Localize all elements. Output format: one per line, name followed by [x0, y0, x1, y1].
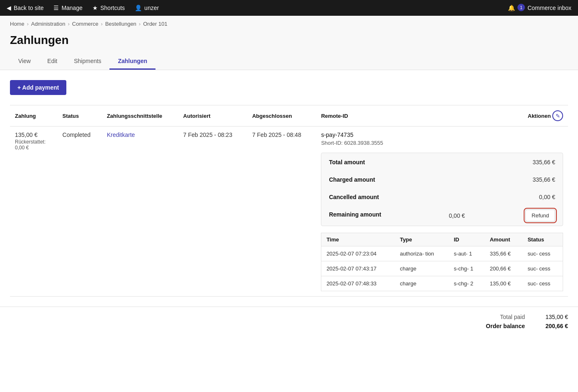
transaction-table: Time Type ID Amount Status 2025-02-07 07…: [321, 233, 563, 291]
breadcrumb-sep-4: ›: [139, 21, 141, 27]
total-paid-row: Total paid 135,00 €: [500, 314, 568, 320]
amounts-row: Charged amount335,66 €: [322, 171, 562, 188]
breadcrumb-bestellungen[interactable]: Bestellungen: [105, 21, 136, 27]
refund-amount: 0,00 €: [15, 145, 53, 151]
amounts-label: Remaining amount: [322, 206, 441, 225]
remote-id: s-pay-74735: [321, 131, 563, 138]
page-title: Zahlungen: [10, 34, 568, 47]
txn-amount: 335,66 €: [485, 246, 522, 261]
txn-type: charge: [395, 261, 449, 276]
txn-col-time: Time: [321, 233, 395, 246]
manage-icon: ☰: [53, 5, 59, 11]
txn-col-type: Type: [395, 233, 449, 246]
amounts-label: Cancelled amount: [322, 189, 441, 205]
shortcuts-link[interactable]: ★ Shortcuts: [92, 5, 125, 11]
breadcrumb: Home › Administration › Commerce › Beste…: [0, 16, 578, 29]
commerce-inbox-button[interactable]: 🔔 1 Commerce inbox: [508, 4, 571, 12]
payment-amount: 135,00 €: [15, 131, 53, 138]
col-autorisiert: Autorisiert: [178, 105, 247, 127]
manage-link[interactable]: ☰ Manage: [53, 5, 83, 11]
payment-info-cell: 135,00 € Rückerstattet: 0,00 €: [10, 127, 58, 297]
amounts-value: 0,00 €Refund: [442, 206, 562, 225]
txn-status: suc- cess: [522, 261, 563, 276]
txn-row: 2025-02-07 07:23:04authoriza- tions-aut-…: [321, 246, 563, 261]
txn-id: s-chg- 2: [449, 276, 485, 291]
breadcrumb-sep-2: ›: [68, 21, 69, 27]
txn-status: suc- cess: [522, 276, 563, 291]
main-content: + Add payment Zahlung Status Zahlungssch…: [0, 70, 578, 307]
col-spacer: [417, 105, 444, 127]
breadcrumb-sep-3: ›: [101, 21, 102, 27]
amounts-label: Total amount: [322, 154, 441, 170]
total-paid-label: Total paid: [500, 314, 525, 320]
amounts-value: 0,00 €: [442, 189, 562, 205]
total-paid-value: 135,00 €: [535, 314, 568, 320]
back-to-site-label: Back to site: [14, 5, 44, 11]
tab-edit[interactable]: Edit: [39, 54, 66, 70]
amounts-row: Cancelled amount0,00 €: [322, 189, 562, 205]
payment-status-cell: Completed: [58, 127, 102, 297]
tab-bar: View Edit Shipments Zahlungen: [10, 54, 568, 70]
user-label: unzer: [144, 5, 159, 11]
user-link[interactable]: 👤 unzer: [135, 5, 159, 11]
amounts-row: Remaining amount0,00 €Refund: [322, 206, 562, 225]
txn-row: 2025-02-07 07:48:33charges-chg- 2135,00 …: [321, 276, 563, 291]
tab-shipments[interactable]: Shipments: [66, 54, 109, 70]
order-balance-label: Order balance: [486, 323, 525, 329]
txn-status: suc- cess: [522, 246, 563, 261]
txn-amount: 200,66 €: [485, 261, 522, 276]
payment-completed-cell: 7 Feb 2025 - 08:48: [247, 127, 316, 297]
manage-label: Manage: [61, 5, 83, 11]
amounts-value: 335,66 €: [442, 171, 562, 188]
breadcrumb-commerce[interactable]: Commerce: [72, 21, 99, 27]
txn-col-status: Status: [522, 233, 563, 246]
txn-time: 2025-02-07 07:43:17: [321, 261, 395, 276]
user-icon: 👤: [135, 5, 142, 11]
col-remote-id: Remote-ID: [316, 105, 417, 127]
txn-time: 2025-02-07 07:48:33: [321, 276, 395, 291]
txn-amount: 135,00 €: [485, 276, 522, 291]
short-id: Short-ID: 6028.3938.3555: [321, 140, 563, 146]
back-to-site-link[interactable]: ◀ Back to site: [7, 5, 44, 11]
payment-status: Completed: [63, 131, 91, 138]
txn-row: 2025-02-07 07:43:17charges-chg- 1200,66 …: [321, 261, 563, 276]
payment-authorized: 7 Feb 2025 - 08:23: [183, 131, 232, 138]
payment-detail-cell: s-pay-74735 Short-ID: 6028.3938.3555 Tot…: [316, 127, 568, 297]
amounts-table: Total amount335,66 €Charged amount335,66…: [321, 153, 563, 226]
amounts-row: Total amount335,66 €: [322, 154, 562, 170]
txn-time: 2025-02-07 07:23:04: [321, 246, 395, 261]
breadcrumb-home[interactable]: Home: [10, 21, 24, 27]
shortcuts-label: Shortcuts: [100, 5, 125, 11]
txn-type: authoriza- tion: [395, 246, 449, 261]
txn-type: charge: [395, 276, 449, 291]
page-header: Zahlungen View Edit Shipments Zahlungen: [0, 29, 578, 70]
payments-table: Zahlung Status Zahlungsschnittstelle Aut…: [10, 105, 568, 297]
add-payment-button[interactable]: + Add payment: [10, 80, 66, 95]
payment-gateway-cell: Kreditkarte: [102, 127, 178, 297]
order-balance-value: 200,66 €: [535, 323, 568, 329]
amounts-value: 335,66 €: [442, 154, 562, 170]
refund-label: Rückerstattet:: [15, 139, 53, 145]
txn-id: s-chg- 1: [449, 261, 485, 276]
bell-icon: 🔔: [508, 5, 515, 11]
commerce-inbox-label: Commerce inbox: [527, 5, 571, 11]
breadcrumb-order: Order 101: [143, 21, 168, 27]
amounts-label: Charged amount: [322, 171, 441, 188]
edit-columns-button[interactable]: ✎: [552, 110, 563, 121]
col-status: Status: [58, 105, 102, 127]
refund-button[interactable]: Refund: [525, 209, 555, 222]
payment-completed: 7 Feb 2025 - 08:48: [252, 131, 301, 138]
col-abgeschlossen: Abgeschlossen: [247, 105, 316, 127]
col-zahlung: Zahlung: [10, 105, 58, 127]
payment-gateway-link[interactable]: Kreditkarte: [107, 131, 135, 138]
table-row: 135,00 € Rückerstattet: 0,00 € Completed…: [10, 127, 568, 297]
breadcrumb-administration[interactable]: Administration: [31, 21, 65, 27]
star-icon: ★: [92, 5, 98, 11]
breadcrumb-sep-1: ›: [27, 21, 29, 27]
tab-zahlungen[interactable]: Zahlungen: [109, 54, 155, 70]
col-schnittstelle: Zahlungsschnittstelle: [102, 105, 178, 127]
order-balance-row: Order balance 200,66 €: [486, 323, 568, 329]
txn-col-id: ID: [449, 233, 485, 246]
top-navigation: ◀ Back to site ☰ Manage ★ Shortcuts 👤 un…: [0, 0, 578, 16]
tab-view[interactable]: View: [10, 54, 39, 70]
